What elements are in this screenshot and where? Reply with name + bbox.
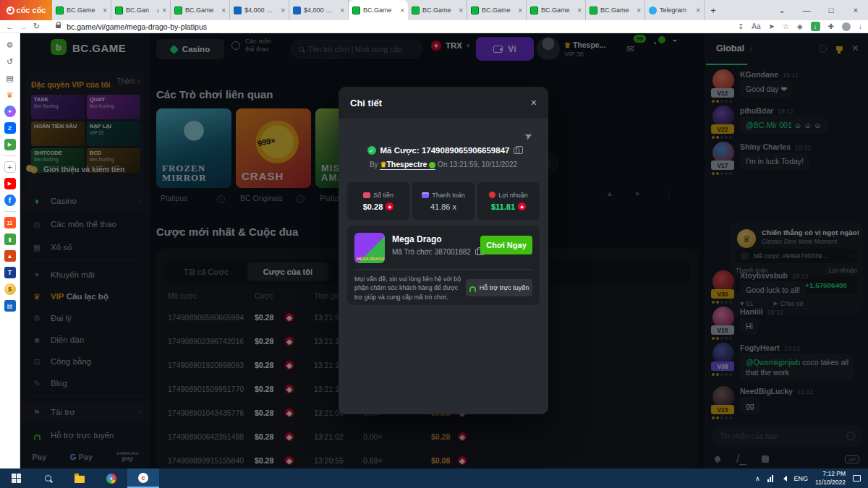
support-note: Mọi vấn đề, xin vui lòng liên hệ với bộ … <box>354 275 467 301</box>
browser-tab[interactable]: BC.Gan ♪ × <box>111 0 171 20</box>
tab-title: BC.Game <box>185 7 216 14</box>
reload-icon[interactable]: ↻ <box>33 22 40 31</box>
browser-tab[interactable]: Telegram × <box>645 0 705 20</box>
tab-close-icon[interactable]: × <box>281 7 285 14</box>
start-button[interactable] <box>0 468 32 488</box>
bet-details-modal: Chi tiết × ➤ ✓ Mã Cược: 1749089065906659… <box>339 87 548 414</box>
tab-close-icon[interactable]: × <box>637 7 641 14</box>
minimize-button[interactable]: — <box>794 6 819 14</box>
messenger-icon[interactable]: ✦ <box>4 106 16 117</box>
maximize-button[interactable]: □ <box>819 6 843 14</box>
browser-tab[interactable]: BC.Game × <box>349 0 408 20</box>
tab-title: BC.Game <box>363 7 394 14</box>
battery-saver-icon[interactable]: ▮ <box>4 234 16 245</box>
system-tray: ∧ ENG 7:12 PM11/10/2022 <box>755 470 868 486</box>
tab-favicon-icon <box>174 7 182 14</box>
coin-icon[interactable]: $ <box>4 283 16 295</box>
browser-tab[interactable]: BC.Game × <box>586 0 645 20</box>
tab-favicon-icon <box>412 7 420 14</box>
play-now-button[interactable]: Chơi Ngay <box>480 236 532 254</box>
shield-icon[interactable]: ◈ <box>797 22 803 30</box>
tab-title: BC.Game <box>541 7 571 14</box>
profile-avatar-icon[interactable] <box>842 22 851 31</box>
divider[interactable] <box>4 211 16 212</box>
browser-tab[interactable]: BC.Game × <box>52 0 111 20</box>
modal-header: Chi tiết × <box>339 87 548 119</box>
browser-tab[interactable]: $4,000 Top × <box>230 0 289 20</box>
game-thumbnail[interactable]: MEGA DRAGO <box>354 233 385 263</box>
language-indicator[interactable]: ENG <box>794 475 809 482</box>
headset-icon <box>469 286 476 290</box>
forward-icon[interactable]: → <box>20 22 27 31</box>
modal-close-icon[interactable]: × <box>531 97 537 108</box>
browser-tab[interactable]: BC.Game × <box>171 0 230 20</box>
browser-tab[interactable]: $4,000 Top × <box>289 0 349 20</box>
bookmark-star-icon[interactable]: ☆ <box>783 22 789 30</box>
tab-favicon-icon <box>530 7 538 14</box>
share-icon[interactable]: ➤ <box>522 129 534 142</box>
history-icon[interactable]: ↺ <box>4 56 16 67</box>
youtube-icon[interactable]: ▶ <box>4 178 16 189</box>
document-icon[interactable]: ▤ <box>4 300 16 312</box>
browser-tab[interactable]: BC.Game × <box>467 0 527 20</box>
tab-close-icon[interactable]: × <box>400 7 404 14</box>
tab-close-icon[interactable]: × <box>162 7 166 14</box>
tab-close-icon[interactable]: × <box>221 7 226 14</box>
live-support-button[interactable]: Hỗ trợ trực tuyến <box>466 279 532 296</box>
tab-search-icon[interactable]: ⌄ <box>770 6 794 15</box>
translate-icon[interactable]: Aa <box>752 22 760 30</box>
tiki-icon[interactable]: T <box>4 267 16 278</box>
share-icon[interactable]: ➤ <box>769 22 775 30</box>
taskbar-search-icon[interactable] <box>32 468 64 488</box>
save-page-icon[interactable]: ↧ <box>738 22 744 30</box>
tab-close-icon[interactable]: × <box>577 7 582 14</box>
newsfeed-icon[interactable]: ▤ <box>4 72 16 84</box>
tab-title: BC.Game <box>482 7 512 14</box>
url-bar: ← → ↻ bc.game/vi/game/mega-drago-by-plat… <box>0 20 868 33</box>
coccoc-rail: ⚙ ↺ ▤ ♛ ✦ Z ▶ + ▶ f 11 ▮ ▲ T <box>0 33 20 468</box>
tab-close-icon[interactable]: × <box>459 7 463 14</box>
tab-title: BC.Game <box>422 7 453 14</box>
browser-tabbar: cốc cốc BC.Game × BC.Gan ♪ × <box>0 0 868 20</box>
taskbar-clock[interactable]: 7:12 PM11/10/2022 <box>815 470 846 486</box>
network-icon[interactable] <box>767 475 773 482</box>
volume-icon[interactable] <box>780 476 787 481</box>
vip-crown-icon[interactable]: ♛ <box>4 89 16 100</box>
file-explorer-icon[interactable] <box>64 468 95 488</box>
address-input[interactable]: bc.game/vi/game/mega-drago-by-platipus <box>67 22 207 31</box>
sale-11-11-icon[interactable]: 11 <box>4 217 16 228</box>
add-icon[interactable]: + <box>4 161 16 173</box>
downloads-icon[interactable]: ↓ <box>859 22 862 30</box>
new-tab-button[interactable]: + <box>705 0 722 20</box>
stat-profit: Lợi nhuận $11.81◆ <box>477 182 540 220</box>
facebook-icon[interactable]: f <box>4 194 16 206</box>
tab-close-icon[interactable]: × <box>103 7 107 14</box>
divider[interactable] <box>4 155 16 156</box>
back-icon[interactable]: ← <box>6 22 14 31</box>
settings-icon[interactable]: ⚙ <box>4 39 16 51</box>
show-hidden-icons[interactable]: ∧ <box>755 475 760 482</box>
zalo-icon[interactable]: Z <box>4 122 16 134</box>
tab-close-icon[interactable]: × <box>696 7 700 14</box>
close-button[interactable]: × <box>843 6 868 14</box>
coccoc-taskbar-icon[interactable]: c <box>127 468 159 488</box>
games-icon[interactable]: ▶ <box>4 139 16 150</box>
browser-tab[interactable]: BC.Game × <box>527 0 586 20</box>
download-manager-icon[interactable]: ↓ <box>811 22 820 31</box>
bet-author-link[interactable]: ♛Thespectre <box>380 160 435 170</box>
tab-close-icon[interactable]: × <box>340 7 344 14</box>
browser-tab[interactable]: BC.Game × <box>408 0 467 20</box>
tab-title: $4,000 Top <box>304 7 334 14</box>
coccoc-logo-icon <box>7 7 14 14</box>
tab-close-icon[interactable]: × <box>518 7 522 14</box>
action-center-icon[interactable] <box>853 475 861 481</box>
tab-title: Telegram <box>660 7 690 14</box>
coccoc-logo[interactable]: cốc cốc <box>0 0 52 20</box>
tabs-strip: BC.Game × BC.Gan ♪ × BC.Game × <box>52 0 705 20</box>
lock-icon[interactable] <box>56 25 61 28</box>
education-icon[interactable]: ▲ <box>4 250 16 262</box>
tab-favicon-icon <box>471 7 479 14</box>
extensions-icon[interactable]: ✚ <box>828 22 834 30</box>
chrome-icon[interactable] <box>95 468 127 488</box>
copy-icon[interactable] <box>514 147 519 154</box>
